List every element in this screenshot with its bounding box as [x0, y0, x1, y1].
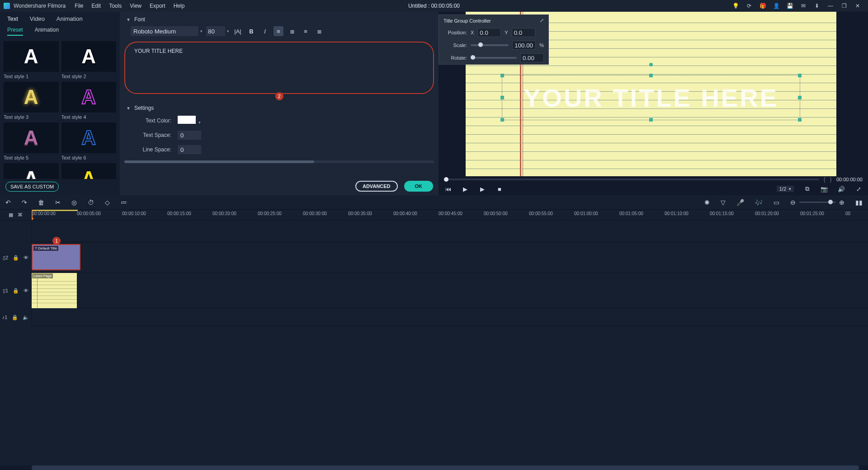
- window-close[interactable]: ✕: [851, 3, 864, 9]
- menu-file[interactable]: File: [75, 3, 83, 9]
- stop-button[interactable]: ■: [495, 186, 504, 193]
- zoom-out-button[interactable]: ⊖: [790, 199, 796, 206]
- subtab-preset[interactable]: Preset: [7, 27, 23, 36]
- lock-icon[interactable]: 🔒: [13, 255, 19, 261]
- redo-button[interactable]: ↷: [22, 199, 27, 206]
- clip-lined-page[interactable]: Lined Page: [32, 273, 77, 308]
- visibility-icon[interactable]: 👁: [24, 255, 28, 260]
- bold-button[interactable]: B: [246, 26, 256, 36]
- save-as-custom-button[interactable]: SAVE AS CUSTOM: [5, 182, 59, 192]
- tab-text[interactable]: Text: [7, 15, 18, 22]
- zoom-to-fit-button[interactable]: ▮▮: [855, 199, 863, 206]
- mark-in-icon[interactable]: {: [824, 176, 826, 183]
- step-back-button[interactable]: ⏮: [444, 186, 452, 193]
- split-button[interactable]: ✂: [55, 199, 61, 206]
- preset-item[interactable]: A: [61, 163, 117, 179]
- preset-item[interactable]: AText style 3: [4, 82, 59, 120]
- clip-default-title[interactable]: 1 T Default Title: [32, 244, 80, 270]
- preset-item[interactable]: A: [4, 163, 59, 179]
- preview-scrubber-track[interactable]: [444, 179, 819, 180]
- zoom-slider[interactable]: [799, 202, 835, 203]
- timeline-horizontal-scrollbar[interactable]: [0, 465, 868, 470]
- render-preview-icon[interactable]: ✺: [704, 199, 710, 206]
- align-left-button[interactable]: ≡: [274, 26, 283, 36]
- rotate-input[interactable]: [520, 53, 544, 62]
- refresh-icon[interactable]: ⟳: [742, 3, 756, 9]
- lock-icon[interactable]: 🔒: [12, 315, 18, 320]
- italic-button[interactable]: I: [260, 26, 270, 36]
- menu-help[interactable]: Help: [174, 3, 185, 9]
- collapse-icon[interactable]: ⤢: [540, 18, 544, 24]
- ok-button[interactable]: OK: [404, 181, 434, 192]
- thumbnail-toggle-icon[interactable]: ▭: [774, 199, 779, 206]
- scale-input[interactable]: [512, 41, 536, 50]
- align-center-button[interactable]: ≣: [287, 26, 297, 36]
- settings-section-header[interactable]: ▼ Settings: [123, 100, 436, 113]
- window-minimize[interactable]: —: [824, 3, 837, 9]
- volume-icon[interactable]: 🔊: [837, 186, 845, 193]
- track-body-video1[interactable]: Lined Page: [32, 273, 868, 308]
- step-fwd-button[interactable]: ▶: [478, 186, 486, 193]
- lock-icon[interactable]: 🔒: [13, 288, 19, 294]
- align-right-button[interactable]: ≡: [301, 26, 311, 36]
- undo-button[interactable]: ↶: [5, 199, 11, 206]
- menu-tools[interactable]: Tools: [109, 3, 122, 9]
- menu-export[interactable]: Export: [150, 3, 165, 9]
- preset-item[interactable]: AText style 5: [4, 122, 59, 160]
- preset-item[interactable]: AText style 2: [61, 41, 117, 79]
- scale-slider[interactable]: [471, 44, 509, 46]
- marker-icon[interactable]: ▽: [721, 199, 726, 206]
- character-spacing-icon[interactable]: |A|: [233, 26, 243, 36]
- magnet-icon[interactable]: ▦: [9, 212, 13, 218]
- font-family-select[interactable]: [131, 26, 198, 36]
- gift-icon[interactable]: 🎁: [756, 3, 769, 9]
- tips-icon[interactable]: 💡: [729, 3, 742, 9]
- adjust-button[interactable]: ≔: [121, 199, 127, 206]
- timeline-ruler[interactable]: 00:00:00:0000:00:05:0000:00:10:0000:00:1…: [32, 210, 868, 220]
- font-size-select[interactable]: [206, 26, 225, 36]
- track-body-video2[interactable]: 1 T Default Title: [32, 242, 868, 273]
- align-justify-button[interactable]: ≣: [314, 26, 324, 36]
- position-y-input[interactable]: [512, 28, 535, 37]
- title-text-input[interactable]: YOUR TITLE HERE: [124, 42, 434, 94]
- zoom-in-button[interactable]: ⊕: [839, 199, 844, 206]
- horizontal-scrollbar[interactable]: [124, 160, 434, 163]
- visibility-icon[interactable]: 👁: [24, 288, 28, 293]
- mute-icon[interactable]: 🔈: [23, 315, 29, 320]
- audio-mixer-icon[interactable]: 🎶: [755, 199, 763, 206]
- detach-preview-icon[interactable]: ⧉: [803, 185, 811, 193]
- speed-button[interactable]: ⏱: [88, 199, 94, 206]
- save-icon[interactable]: 💾: [783, 3, 797, 9]
- mail-icon[interactable]: ✉: [797, 3, 810, 9]
- voiceover-icon[interactable]: 🎤: [736, 199, 744, 206]
- rotate-slider[interactable]: [471, 57, 517, 59]
- menu-view[interactable]: View: [130, 3, 142, 9]
- subtab-animation[interactable]: Animation: [35, 27, 59, 36]
- preset-item[interactable]: AText style 6: [61, 122, 117, 160]
- play-button[interactable]: ▶: [461, 186, 469, 193]
- position-x-input[interactable]: [477, 28, 501, 37]
- account-icon[interactable]: 👤: [769, 3, 783, 9]
- title-group-controller[interactable]: Title Group Controller ⤢ Position: X Y S…: [439, 14, 549, 65]
- tab-animation[interactable]: Animation: [57, 15, 83, 22]
- link-icon[interactable]: ⌘: [18, 212, 23, 218]
- preview-ratio-select[interactable]: 1/2 ▾: [777, 186, 794, 192]
- line-space-input[interactable]: [178, 145, 201, 154]
- text-color-swatch[interactable]: ▾: [178, 116, 201, 125]
- advanced-button[interactable]: ADVANCED: [355, 181, 398, 192]
- title-bounding-box[interactable]: YOUR TITLE HERE: [502, 75, 800, 120]
- keyframe-button[interactable]: ◇: [105, 199, 110, 206]
- window-maximize[interactable]: ❐: [837, 3, 851, 9]
- menu-edit[interactable]: Edit: [92, 3, 101, 9]
- fullscreen-icon[interactable]: ⤢: [854, 186, 863, 193]
- mark-out-icon[interactable]: }: [830, 176, 832, 183]
- preset-item[interactable]: AText style 1: [4, 41, 59, 79]
- delete-button[interactable]: 🗑: [38, 199, 44, 206]
- preset-item[interactable]: AText style 4: [61, 82, 117, 120]
- snapshot-icon[interactable]: 📷: [820, 186, 828, 193]
- tab-video[interactable]: Video: [30, 15, 45, 22]
- download-icon[interactable]: ⬇: [810, 3, 824, 9]
- text-space-input[interactable]: [178, 131, 201, 140]
- crop-button[interactable]: ◎: [71, 199, 77, 206]
- track-body-audio1[interactable]: [32, 308, 868, 326]
